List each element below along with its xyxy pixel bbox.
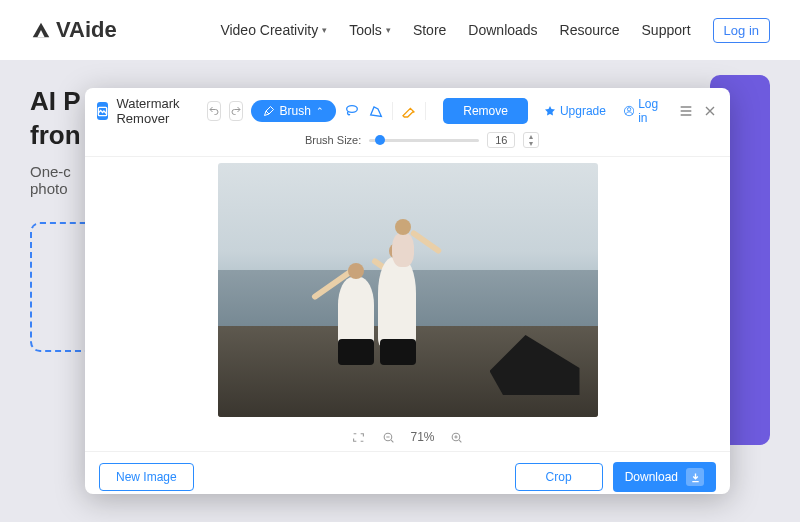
crop-button[interactable]: Crop xyxy=(515,463,603,491)
nav-item-video-creativity[interactable]: Video Creativity▾ xyxy=(220,22,327,38)
nav-item-downloads[interactable]: Downloads xyxy=(468,22,537,38)
redo-button[interactable] xyxy=(229,101,243,121)
zoom-level: 71% xyxy=(410,430,434,444)
brush-options-row: Brush Size: 16 ▴▾ xyxy=(85,130,730,157)
app-icon xyxy=(97,102,108,120)
nav-links: Video Creativity▾ Tools▾ Store Downloads… xyxy=(220,18,770,43)
nav-item-tools[interactable]: Tools▾ xyxy=(349,22,391,38)
toolbar-divider xyxy=(392,102,393,120)
upgrade-label: Upgrade xyxy=(560,104,606,118)
watermark-remover-modal: Watermark Remover Brush ⌃ Remove Upgrade… xyxy=(85,88,730,494)
download-label: Download xyxy=(625,470,678,484)
image-canvas[interactable] xyxy=(218,163,598,417)
undo-button[interactable] xyxy=(207,101,221,121)
remove-button[interactable]: Remove xyxy=(443,98,528,124)
svg-point-2 xyxy=(627,108,630,111)
zoom-out-button[interactable] xyxy=(380,429,396,445)
user-icon xyxy=(624,104,634,118)
brush-size-value[interactable]: 16 xyxy=(487,132,515,148)
zoom-controls: 71% xyxy=(85,423,730,451)
upgrade-icon xyxy=(544,105,556,117)
login-label: Log in xyxy=(638,97,662,125)
toolbar-divider xyxy=(425,102,426,120)
new-image-button[interactable]: New Image xyxy=(99,463,194,491)
nav-login-button[interactable]: Log in xyxy=(713,18,770,43)
brush-label: Brush xyxy=(280,104,311,118)
eraser-tool-button[interactable] xyxy=(401,100,417,122)
brand-icon xyxy=(30,19,52,41)
brush-size-slider[interactable] xyxy=(369,134,479,146)
polygon-tool-button[interactable] xyxy=(368,100,384,122)
upgrade-button[interactable]: Upgrade xyxy=(544,104,606,118)
brand-logo[interactable]: VAide xyxy=(30,17,117,43)
download-icon xyxy=(686,468,704,486)
top-nav: VAide Video Creativity▾ Tools▾ Store Dow… xyxy=(0,0,800,60)
modal-login-button[interactable]: Log in xyxy=(624,97,662,125)
brush-size-stepper[interactable]: ▴▾ xyxy=(523,132,539,148)
chevron-up-icon: ⌃ xyxy=(316,106,324,116)
nav-item-resource[interactable]: Resource xyxy=(560,22,620,38)
download-button[interactable]: Download xyxy=(613,462,716,492)
modal-toolbar: Watermark Remover Brush ⌃ Remove Upgrade… xyxy=(85,88,730,130)
close-button[interactable] xyxy=(702,101,718,121)
menu-button[interactable] xyxy=(678,101,694,121)
svg-point-1 xyxy=(347,106,358,113)
brush-icon xyxy=(263,105,275,117)
modal-title: Watermark Remover xyxy=(116,96,192,126)
lasso-tool-button[interactable] xyxy=(344,100,360,122)
brush-tool-button[interactable]: Brush ⌃ xyxy=(251,100,336,122)
modal-footer: New Image Crop Download xyxy=(85,451,730,494)
zoom-in-button[interactable] xyxy=(449,429,465,445)
brush-size-label: Brush Size: xyxy=(305,134,361,146)
canvas-area[interactable] xyxy=(85,157,730,423)
chevron-down-icon: ▾ xyxy=(322,25,327,35)
fit-screen-button[interactable] xyxy=(350,429,366,445)
nav-item-support[interactable]: Support xyxy=(642,22,691,38)
brand-text: VAide xyxy=(56,17,117,43)
chevron-down-icon: ▾ xyxy=(386,25,391,35)
nav-item-store[interactable]: Store xyxy=(413,22,446,38)
